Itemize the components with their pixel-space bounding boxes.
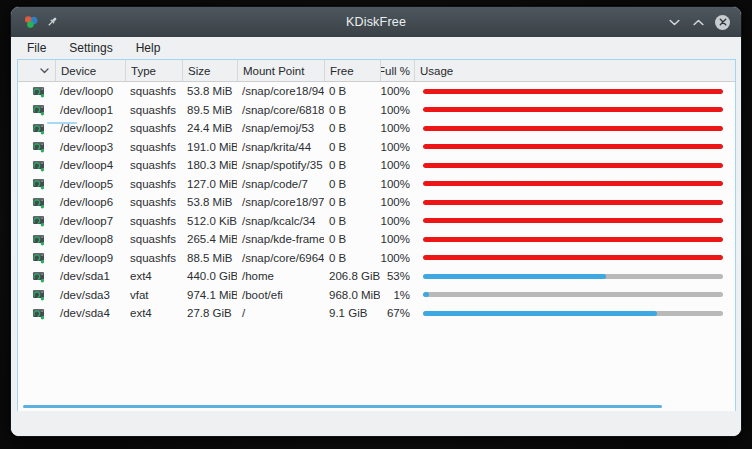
column-header-free[interactable]: Free <box>324 60 380 81</box>
device-icon-cell <box>18 267 55 286</box>
table-header: DeviceTypeSizeMount PointFreeFull %Usage <box>18 60 735 82</box>
device-cell: /dev/loop3 <box>55 138 125 157</box>
horizontal-scrollbar[interactable] <box>23 405 662 408</box>
usage-bar-fill <box>423 107 723 112</box>
usage-bar-track <box>423 107 723 112</box>
size-cell: 89.5 MiB <box>182 101 237 120</box>
menu-help[interactable]: Help <box>129 39 168 57</box>
table-row[interactable]: /dev/loop5squashfs127.0 MiB/snap/code/70… <box>18 175 735 194</box>
device-cell: /dev/loop9 <box>55 249 125 268</box>
close-x-icon <box>715 15 730 30</box>
table-row[interactable]: /dev/loop2squashfs24.4 MiB/snap/emoj/530… <box>18 119 735 138</box>
free-cell: 9.1 GiB <box>324 304 380 323</box>
table-row[interactable]: /dev/loop6squashfs53.8 MiB/snap/core18/9… <box>18 193 735 212</box>
device-icon-cell <box>18 101 55 120</box>
type-cell: vfat <box>125 286 182 305</box>
window-bottom-strip <box>11 411 741 436</box>
table-row[interactable]: /dev/sda1ext4440.0 GiB/home206.8 GiB53% <box>18 267 735 286</box>
device-icon-cell <box>18 230 55 249</box>
type-cell: squashfs <box>125 249 182 268</box>
type-cell: squashfs <box>125 119 182 138</box>
mount-point-cell: /snap/kde-frame... <box>237 230 324 249</box>
usage-bar-fill <box>423 163 723 168</box>
usage-cell <box>414 156 735 175</box>
table-row[interactable]: /dev/loop1squashfs89.5 MiB/snap/core/681… <box>18 101 735 120</box>
table-row[interactable]: /dev/sda4ext427.8 GiB/9.1 GiB67% <box>18 304 735 323</box>
column-header-mount[interactable]: Mount Point <box>237 60 324 81</box>
column-header-size[interactable]: Size <box>182 60 237 81</box>
usage-bar-fill <box>423 292 429 297</box>
usage-bar-track <box>423 163 723 168</box>
column-header-usage[interactable]: Usage <box>414 60 735 81</box>
drive-harddisk-mounted-icon <box>32 196 45 209</box>
full-percent-cell: 100% <box>380 156 414 175</box>
usage-bar-track <box>423 255 723 260</box>
maximize-button[interactable] <box>690 14 707 31</box>
mount-point-cell: /snap/kcalc/34 <box>237 212 324 231</box>
column-header-type[interactable]: Type <box>125 60 182 81</box>
size-cell: 53.8 MiB <box>182 82 237 101</box>
table-row[interactable]: /dev/loop0squashfs53.8 MiB/snap/core18/9… <box>18 82 735 101</box>
usage-cell <box>414 82 735 101</box>
size-cell: 265.4 MiB <box>182 230 237 249</box>
free-cell: 968.0 MiB <box>324 286 380 305</box>
table-row[interactable]: /dev/loop7squashfs512.0 KiB/snap/kcalc/3… <box>18 212 735 231</box>
full-percent-cell: 100% <box>380 230 414 249</box>
usage-bar-fill <box>423 181 723 186</box>
free-cell: 0 B <box>324 249 380 268</box>
full-percent-cell: 100% <box>380 138 414 157</box>
device-icon-cell <box>18 304 55 323</box>
type-cell: squashfs <box>125 230 182 249</box>
full-percent-cell: 53% <box>380 267 414 286</box>
mount-point-cell: /home <box>237 267 324 286</box>
titlebar[interactable]: KDiskFree <box>11 7 741 37</box>
free-cell: 0 B <box>324 101 380 120</box>
drive-harddisk-mounted-icon <box>32 177 45 190</box>
device-cell: /dev/loop0 <box>55 82 125 101</box>
table-row[interactable]: /dev/loop3squashfs191.0 MiB/snap/krita/4… <box>18 138 735 157</box>
device-cell: /dev/sda1 <box>55 267 125 286</box>
usage-bar-fill <box>423 144 723 149</box>
pin-icon[interactable] <box>47 16 59 28</box>
usage-cell <box>414 212 735 231</box>
current-cell-focus-underline <box>47 122 77 124</box>
column-header-icon[interactable] <box>18 60 55 81</box>
size-cell: 191.0 MiB <box>182 138 237 157</box>
device-icon-cell <box>18 175 55 194</box>
full-percent-cell: 100% <box>380 193 414 212</box>
close-button[interactable] <box>714 14 731 31</box>
type-cell: squashfs <box>125 156 182 175</box>
column-header-full[interactable]: Full % <box>380 60 414 81</box>
usage-cell <box>414 101 735 120</box>
usage-bar-fill <box>423 89 723 94</box>
drive-harddisk-mounted-icon <box>32 159 45 172</box>
size-cell: 180.3 MiB <box>182 156 237 175</box>
drive-harddisk-mounted-icon <box>32 85 45 98</box>
type-cell: squashfs <box>125 138 182 157</box>
minimize-button[interactable] <box>666 14 683 31</box>
free-cell: 0 B <box>324 119 380 138</box>
usage-bar-fill <box>423 126 723 131</box>
drive-harddisk-mounted-icon <box>32 270 45 283</box>
usage-bar-track <box>423 274 723 279</box>
device-cell: /dev/sda3 <box>55 286 125 305</box>
drive-harddisk-mounted-icon <box>32 307 45 320</box>
mount-point-cell: /boot/efi <box>237 286 324 305</box>
usage-bar-track <box>423 292 723 297</box>
device-cell: /dev/loop1 <box>55 101 125 120</box>
menu-settings[interactable]: Settings <box>62 39 119 57</box>
table-row[interactable]: /dev/loop9squashfs88.5 MiB/snap/core/696… <box>18 249 735 268</box>
table-row[interactable]: /dev/loop8squashfs265.4 MiB/snap/kde-fra… <box>18 230 735 249</box>
table-row[interactable]: /dev/sda3vfat974.1 MiB/boot/efi968.0 MiB… <box>18 286 735 305</box>
usage-cell <box>414 138 735 157</box>
free-cell: 0 B <box>324 82 380 101</box>
menu-file[interactable]: File <box>20 39 53 57</box>
drive-harddisk-mounted-icon <box>32 140 45 153</box>
mount-point-cell: /snap/code/7 <box>237 175 324 194</box>
full-percent-cell: 1% <box>380 286 414 305</box>
table-row[interactable]: /dev/loop4squashfs180.3 MiB/snap/spotify… <box>18 156 735 175</box>
chevron-down-icon <box>669 19 680 26</box>
full-percent-cell: 67% <box>380 304 414 323</box>
usage-bar-fill <box>423 274 606 279</box>
column-header-device[interactable]: Device <box>55 60 125 81</box>
